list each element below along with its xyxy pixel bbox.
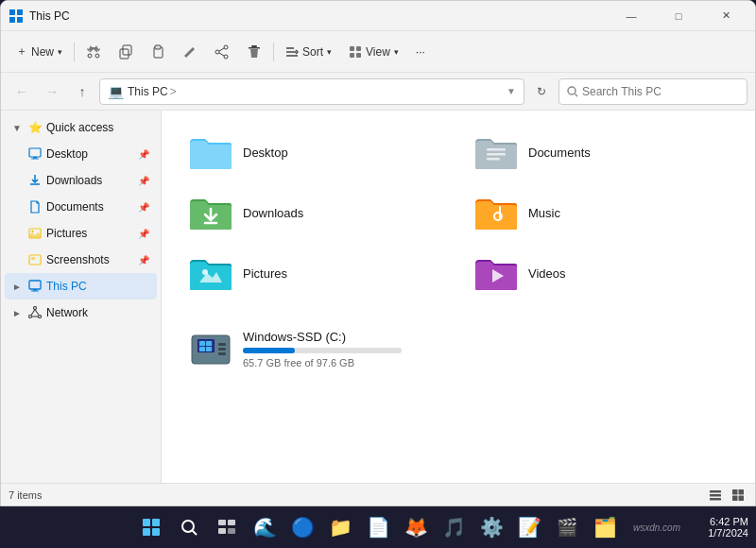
svg-rect-61 xyxy=(710,498,721,501)
folder-music[interactable]: Music xyxy=(462,186,740,239)
chrome-button[interactable]: 🔵 xyxy=(285,510,319,544)
firefox-button[interactable]: 🦊 xyxy=(399,510,433,544)
rename-button[interactable] xyxy=(175,37,205,67)
sidebar-item-network[interactable]: ► Network xyxy=(5,300,157,326)
svg-line-25 xyxy=(576,94,578,96)
svg-rect-3 xyxy=(17,17,23,23)
word-button[interactable]: 📄 xyxy=(361,510,395,544)
folder-music-name: Music xyxy=(528,206,560,220)
sort-button[interactable]: Sort ▾ xyxy=(278,37,339,67)
drive-space: 65.7 GB free of 97.6 GB xyxy=(243,357,402,368)
grid-view-toggle[interactable] xyxy=(729,486,747,505)
up-button[interactable]: ↑ xyxy=(69,78,95,105)
address-bar: ← → ↑ 💻 This PC > ▼ ↻ xyxy=(1,73,755,111)
svg-rect-57 xyxy=(218,348,226,351)
sidebar-item-quick-access[interactable]: ▼ ⭐ Quick access xyxy=(5,114,157,141)
content-area: Desktop Documents xyxy=(162,111,755,483)
drive-windows-ssd[interactable]: Windows-SSD (C:) 65.7 GB free of 97.6 GB xyxy=(177,322,413,376)
pictures-icon xyxy=(27,226,43,241)
path-pc-icon: 💻 xyxy=(108,84,124,99)
sidebar-label-desktop: Desktop xyxy=(46,147,88,161)
sidebar-item-downloads[interactable]: Downloads 📌 xyxy=(5,167,157,194)
refresh-button[interactable]: ↻ xyxy=(528,78,555,105)
more-button[interactable]: ··· xyxy=(408,37,433,67)
folder-pictures[interactable]: Pictures xyxy=(177,247,455,300)
folder-pictures-icon xyxy=(188,254,233,292)
search-taskbar-button[interactable] xyxy=(172,510,206,544)
svg-point-12 xyxy=(224,55,228,59)
svg-point-70 xyxy=(182,521,194,532)
toolbar-separator-1 xyxy=(74,43,75,61)
vlc-button[interactable]: 🎬 xyxy=(550,510,584,544)
svg-rect-22 xyxy=(350,53,354,58)
pin-icon-downloads: 📌 xyxy=(138,176,149,186)
maximize-button[interactable]: □ xyxy=(657,1,700,31)
toolbar-separator-2 xyxy=(273,43,274,61)
expand-arrow-network: ► xyxy=(12,308,24,318)
svg-rect-2 xyxy=(9,17,15,23)
forward-button[interactable]: → xyxy=(39,78,65,105)
sidebar-item-pictures[interactable]: Pictures 📌 xyxy=(5,220,157,247)
svg-rect-31 xyxy=(29,255,41,265)
main-content: ▼ ⭐ Quick access Desktop 📌 Downloads 📌 xyxy=(1,111,755,483)
folder-downloads[interactable]: Downloads xyxy=(177,186,455,239)
folder-documents[interactable]: Documents xyxy=(462,126,740,179)
toolbar: ＋ New ▾ Sort ▾ View xyxy=(1,31,755,73)
svg-line-40 xyxy=(35,310,39,316)
address-input[interactable]: 💻 This PC > ▼ xyxy=(99,78,524,105)
svg-rect-67 xyxy=(152,519,160,526)
folder-desktop-icon xyxy=(188,133,233,171)
start-button[interactable] xyxy=(134,510,168,544)
folder-videos[interactable]: Videos xyxy=(462,247,740,300)
taskbar: 🌊 🔵 📁 📄 🦊 🎵 ⚙️ 📝 🎬 🗂️ wsxdn.com 6:42 PM … xyxy=(0,506,756,548)
svg-rect-21 xyxy=(356,46,361,51)
svg-rect-52 xyxy=(199,341,205,346)
folder-pictures-name: Pictures xyxy=(243,266,287,281)
delete-button[interactable] xyxy=(239,37,269,67)
window-controls: — □ ✕ xyxy=(610,1,747,31)
folders-grid: Desktop Documents xyxy=(177,126,740,300)
edge-button[interactable]: 🌊 xyxy=(248,510,282,544)
folder-desktop[interactable]: Desktop xyxy=(177,126,455,179)
svg-rect-34 xyxy=(33,289,37,291)
svg-rect-42 xyxy=(487,148,506,151)
svg-point-4 xyxy=(88,54,92,58)
sidebar: ▼ ⭐ Quick access Desktop 📌 Downloads 📌 xyxy=(1,111,162,483)
folder-desktop-name: Desktop xyxy=(243,146,288,160)
cut-button[interactable] xyxy=(78,37,109,67)
copy-button[interactable] xyxy=(111,37,141,67)
svg-rect-35 xyxy=(31,291,39,292)
explorer-button[interactable]: 📁 xyxy=(323,510,357,544)
search-box[interactable] xyxy=(558,78,747,105)
winamp-button[interactable]: 🎵 xyxy=(437,510,471,544)
list-view-toggle[interactable] xyxy=(706,486,725,505)
folder-downloads-name: Downloads xyxy=(243,206,303,220)
svg-rect-72 xyxy=(218,520,226,525)
item-count: 7 items xyxy=(9,489,42,501)
svg-line-14 xyxy=(219,53,224,56)
window-icon xyxy=(9,9,24,24)
word2-button[interactable]: 📝 xyxy=(512,510,546,544)
view-button[interactable]: View ▾ xyxy=(341,37,406,67)
status-bar: 7 items xyxy=(1,483,755,505)
back-button[interactable]: ← xyxy=(9,78,35,105)
svg-rect-56 xyxy=(218,343,226,346)
paste-button[interactable] xyxy=(143,37,173,67)
sidebar-item-desktop[interactable]: Desktop 📌 xyxy=(5,141,157,167)
search-input[interactable] xyxy=(582,85,739,98)
share-button[interactable] xyxy=(207,37,237,67)
pin-icon-desktop: 📌 xyxy=(138,149,149,160)
minimize-button[interactable]: — xyxy=(610,1,653,31)
sidebar-item-this-pc[interactable]: ► This PC xyxy=(5,273,157,300)
documents-icon xyxy=(27,199,43,214)
sidebar-item-screenshots[interactable]: Screenshots 📌 xyxy=(5,247,157,273)
svg-rect-74 xyxy=(218,528,226,534)
taskbar-clock[interactable]: 6:42 PM 1/7/2024 xyxy=(708,516,748,539)
close-button[interactable]: ✕ xyxy=(704,1,747,31)
sidebar-label-screenshots: Screenshots xyxy=(46,253,110,266)
taskview-button[interactable] xyxy=(210,510,244,544)
settings-button[interactable]: ⚙️ xyxy=(474,510,508,544)
folder2-button[interactable]: 🗂️ xyxy=(588,510,622,544)
sidebar-item-documents[interactable]: Documents 📌 xyxy=(5,194,157,220)
new-button[interactable]: ＋ New ▾ xyxy=(9,37,70,67)
